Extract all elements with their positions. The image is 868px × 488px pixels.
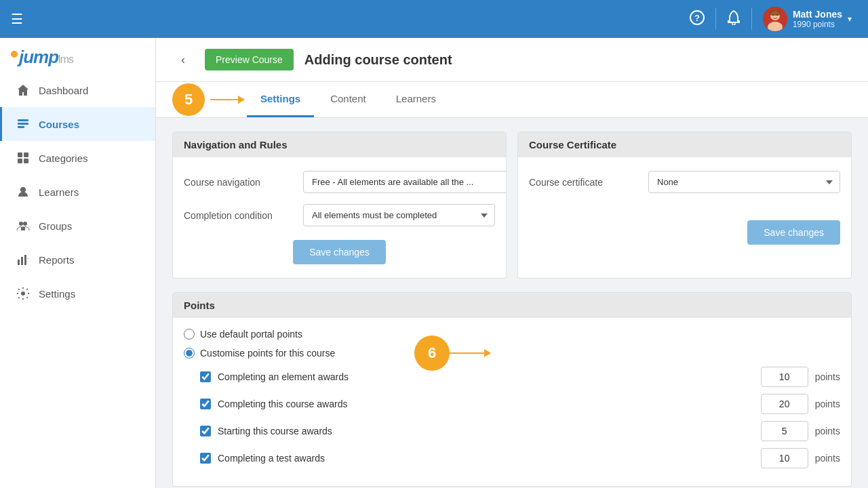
customise-label: Customise points for this course bbox=[200, 348, 335, 359]
nav-divider-2 bbox=[751, 8, 752, 30]
svg-point-16 bbox=[20, 187, 26, 192]
svg-rect-21 bbox=[24, 255, 26, 265]
points-row-2: Starting this course awards points bbox=[200, 421, 840, 441]
svg-rect-20 bbox=[21, 257, 23, 265]
svg-rect-22 bbox=[28, 258, 28, 259]
nav-rules-save-row: Save changes bbox=[184, 240, 495, 264]
user-menu[interactable]: Matt Jones 1990 points ▾ bbox=[757, 7, 857, 31]
back-button[interactable]: ‹ bbox=[172, 49, 194, 70]
svg-rect-12 bbox=[18, 152, 22, 157]
svg-rect-13 bbox=[24, 152, 28, 157]
avatar bbox=[763, 7, 787, 31]
completing-test-input[interactable] bbox=[761, 448, 808, 468]
sidebar-item-groups[interactable]: Groups bbox=[0, 209, 155, 243]
points-section: Points Use default portal points Customi… bbox=[172, 292, 852, 487]
sidebar-item-categories-label: Categories bbox=[39, 152, 88, 164]
content-area: ‹ Preview Course Adding course content 5… bbox=[156, 38, 868, 488]
starting-course-label: Starting this course awards bbox=[218, 426, 754, 436]
navigation-rules-header: Navigation and Rules bbox=[173, 132, 506, 157]
hamburger-menu-icon[interactable]: ☰ bbox=[11, 11, 23, 27]
sidebar-item-learners[interactable]: Learners bbox=[0, 175, 155, 209]
preview-course-button[interactable]: Preview Course bbox=[205, 49, 294, 70]
sidebar-item-courses-label: Courses bbox=[39, 119, 79, 130]
svg-rect-8 bbox=[770, 10, 781, 16]
svg-point-23 bbox=[21, 291, 25, 296]
points-suffix-1: points bbox=[815, 399, 840, 409]
logo-text: jumplms bbox=[19, 46, 73, 68]
completing-element-checkbox[interactable] bbox=[200, 371, 211, 382]
course-navigation-row: Course navigation Free - All elements ar… bbox=[184, 171, 495, 193]
starting-course-checkbox[interactable] bbox=[200, 426, 211, 436]
svg-point-18 bbox=[23, 222, 27, 226]
cert-save-button[interactable]: Save changes bbox=[747, 220, 840, 245]
svg-rect-9 bbox=[18, 119, 28, 121]
user-name: Matt Jones bbox=[793, 9, 842, 20]
course-navigation-label: Course navigation bbox=[184, 177, 292, 188]
tabs-bar: 5 Settings Content Learners bbox=[156, 82, 868, 118]
completion-condition-select[interactable]: All elements must be completed Percentag… bbox=[303, 204, 495, 226]
points-row-3: Completing a test awards points bbox=[200, 448, 840, 468]
completing-element-label: Completing an element awards bbox=[218, 371, 754, 382]
sidebar-item-reports[interactable]: Reports bbox=[0, 243, 155, 277]
sidebar-item-settings[interactable]: Settings bbox=[0, 277, 155, 310]
svg-rect-19 bbox=[18, 260, 20, 265]
starting-course-input[interactable] bbox=[761, 421, 808, 441]
categories-icon bbox=[16, 150, 31, 165]
use-default-radio[interactable] bbox=[184, 329, 195, 340]
points-header: Points bbox=[173, 293, 851, 318]
nav-divider bbox=[715, 8, 716, 30]
completing-element-input[interactable] bbox=[761, 367, 808, 387]
sidebar-item-categories[interactable]: Categories bbox=[0, 141, 155, 175]
reports-icon bbox=[16, 252, 31, 267]
svg-rect-14 bbox=[18, 159, 22, 163]
svg-rect-10 bbox=[18, 123, 28, 125]
navbar-left: ☰ bbox=[11, 11, 23, 27]
course-certificate-header: Course Certificate bbox=[518, 132, 851, 157]
customise-radio[interactable] bbox=[184, 348, 195, 359]
completing-course-label: Completing this course awards bbox=[218, 399, 754, 409]
sidebar-item-reports-label: Reports bbox=[39, 254, 75, 266]
svg-point-2 bbox=[732, 22, 735, 25]
page-header: ‹ Preview Course Adding course content bbox=[156, 38, 868, 82]
top-navbar: ☰ ? bbox=[0, 0, 868, 38]
completing-test-checkbox[interactable] bbox=[200, 453, 211, 464]
svg-text:?: ? bbox=[694, 13, 700, 23]
nav-rules-save-button[interactable]: Save changes bbox=[293, 240, 386, 264]
step-badge-6: 6 bbox=[414, 336, 450, 371]
course-certificate-label: Course certificate bbox=[529, 177, 637, 188]
svg-rect-11 bbox=[18, 126, 24, 128]
tab-settings[interactable]: Settings bbox=[247, 82, 314, 117]
user-points: 1990 points bbox=[793, 20, 842, 29]
course-navigation-select[interactable]: Free - All elements are available all th… bbox=[303, 171, 507, 193]
sections-row: Navigation and Rules Course navigation F… bbox=[156, 118, 868, 292]
tab-learners[interactable]: Learners bbox=[382, 82, 450, 117]
tab-content[interactable]: Content bbox=[317, 82, 380, 117]
chevron-down-icon: ▾ bbox=[848, 14, 852, 24]
completing-course-checkbox[interactable] bbox=[200, 399, 211, 409]
help-icon[interactable]: ? bbox=[684, 10, 710, 28]
points-rows: Completing an element awards points Comp… bbox=[184, 367, 840, 468]
sidebar-item-learners-label: Learners bbox=[39, 186, 79, 198]
user-info: Matt Jones 1990 points bbox=[793, 9, 842, 29]
points-row-1: Completing this course awards points bbox=[200, 394, 840, 414]
learners-icon bbox=[16, 184, 31, 199]
completing-course-input[interactable] bbox=[761, 394, 808, 414]
points-suffix-2: points bbox=[815, 426, 840, 436]
course-certificate-select[interactable]: None Certificate 1 Certificate 2 bbox=[648, 171, 840, 193]
sidebar-item-courses[interactable]: Courses bbox=[0, 107, 155, 141]
points-body: Use default portal points Customise poin… bbox=[173, 318, 851, 486]
points-row-0: Completing an element awards points bbox=[200, 367, 840, 387]
main-layout: jumplms Dashboard Courses Categories bbox=[0, 38, 868, 488]
settings-icon bbox=[16, 286, 31, 301]
course-certificate-row: Course certificate None Certificate 1 Ce… bbox=[529, 171, 840, 193]
sidebar-item-dashboard[interactable]: Dashboard bbox=[0, 73, 155, 107]
use-default-radio-row: Use default portal points bbox=[184, 329, 840, 340]
page-title: Adding course content bbox=[304, 52, 452, 68]
home-icon bbox=[16, 83, 31, 98]
logo-area: jumplms bbox=[0, 38, 155, 73]
course-certificate-body: Course certificate None Certificate 1 Ce… bbox=[518, 157, 851, 258]
completing-test-label: Completing a test awards bbox=[218, 453, 754, 464]
customise-radio-row: Customise points for this course 6 bbox=[184, 348, 840, 359]
bell-icon[interactable] bbox=[722, 10, 746, 28]
use-default-label: Use default portal points bbox=[200, 329, 302, 340]
